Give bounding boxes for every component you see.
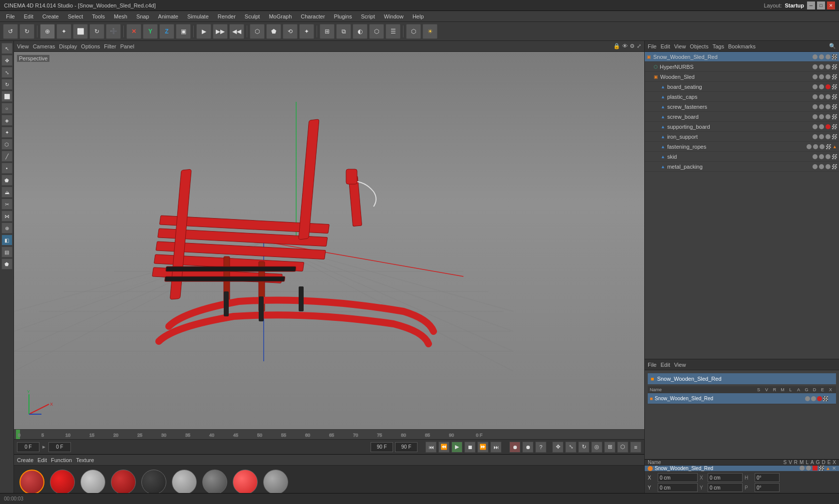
obj-col-screw_board[interactable] xyxy=(826,114,831,119)
toolbar-btn-light1[interactable]: ⬡ xyxy=(406,24,421,39)
transport-record-auto[interactable]: ⏺ xyxy=(509,442,520,453)
minimize-button[interactable]: ─ xyxy=(807,1,815,9)
toolbar-btn-new[interactable]: ✦ xyxy=(56,24,71,39)
obj-vis1-supporting_board[interactable] xyxy=(813,124,818,129)
obj-col-plastic_caps[interactable] xyxy=(826,94,831,99)
transport-record-manual[interactable]: ⏺ xyxy=(522,442,533,453)
toolbar-btn-move[interactable]: ⊕ xyxy=(40,24,55,39)
menu-item-simulate[interactable]: Simulate xyxy=(183,12,213,20)
object-row-board_seating[interactable]: ▲ board_seating xyxy=(645,82,839,92)
object-row-wooden_sled[interactable]: ▣ Wooden_Sled xyxy=(645,72,839,82)
3d-viewport[interactable]: Perspective xyxy=(14,52,644,429)
transport-scale-tool[interactable]: ⤡ xyxy=(565,442,576,453)
transport-move-tool[interactable]: ✥ xyxy=(552,442,563,453)
toolbar-btn-disp5[interactable]: ☰ xyxy=(386,24,401,39)
om-bookmarks[interactable]: Bookmarks xyxy=(728,43,756,49)
am-edit[interactable]: Edit xyxy=(661,362,670,368)
menu-item-edit[interactable]: Edit xyxy=(20,12,37,20)
left-tool-pointer[interactable]: ↖ xyxy=(1,43,12,54)
obj-vis1-snow_wooden_sled_red[interactable] xyxy=(813,54,818,59)
menu-item-window[interactable]: Window xyxy=(380,12,408,20)
menu-item-select[interactable]: Select xyxy=(64,12,87,20)
toolbar-btn-cube[interactable]: ⬜ xyxy=(73,24,88,39)
toolbar-btn-obj3[interactable]: ⟲ xyxy=(283,24,298,39)
viewport-icon-eye[interactable]: 👁 xyxy=(622,43,628,49)
viewport-menu-display[interactable]: Display xyxy=(59,43,77,49)
object-row-hypernurbs[interactable]: ⬡ HyperNURBS xyxy=(645,62,839,72)
left-tool-light[interactable]: ✦ xyxy=(1,127,12,138)
left-tool-scale[interactable]: ⤡ xyxy=(1,67,12,78)
am-view[interactable]: View xyxy=(674,362,686,368)
material-create[interactable]: Create xyxy=(17,457,33,463)
om-objects[interactable]: Objects xyxy=(690,43,708,49)
h-input[interactable] xyxy=(755,473,780,482)
menu-item-script[interactable]: Script xyxy=(357,12,379,20)
transport-beginning[interactable]: ⏮ xyxy=(425,442,436,453)
toolbar-btn-light2[interactable]: ☀ xyxy=(422,24,437,39)
object-list[interactable]: ▣ Snow_Wooden_Sled_Red ⬡ HyperNURBS ▣ Wo… xyxy=(645,52,839,359)
close-button[interactable]: ✕ xyxy=(827,1,835,9)
frame-input[interactable]: 0 F xyxy=(17,442,39,452)
menu-item-file[interactable]: File xyxy=(2,12,19,20)
obj-vis2-iron_support[interactable] xyxy=(819,134,824,139)
obj-vis2-fastening_ropes[interactable] xyxy=(813,144,818,149)
left-tool-rotate[interactable]: ↻ xyxy=(1,79,12,90)
left-tool-bridge[interactable]: ⋈ xyxy=(1,211,12,222)
obj-vis1-skid[interactable] xyxy=(813,154,818,159)
x-pos-input[interactable] xyxy=(658,473,698,482)
viewport-icon-maximize[interactable]: ⤢ xyxy=(637,43,641,49)
attr-vis-s[interactable] xyxy=(805,396,810,401)
obj-vis1-screw_fasteners[interactable] xyxy=(813,104,818,109)
toolbar-btn-z[interactable]: Z xyxy=(159,24,174,39)
obj-vis2-wooden_sled[interactable] xyxy=(819,74,824,79)
obj-col-skid[interactable] xyxy=(826,154,831,159)
left-tool-cube[interactable]: ⬜ xyxy=(1,91,12,102)
toolbar-btn-disp3[interactable]: ◐ xyxy=(353,24,368,39)
left-tool-mat[interactable]: ◧ xyxy=(1,235,12,246)
object-row-skid[interactable]: ▲ skid xyxy=(645,152,839,162)
transport-prev-key[interactable]: ⏪ xyxy=(438,442,449,453)
transport-timeline[interactable]: ≡ xyxy=(630,442,641,453)
left-tool-point[interactable]: • xyxy=(1,163,12,174)
toolbar-btn-obj1[interactable]: ⬡ xyxy=(250,24,265,39)
toolbar-btn-obj4[interactable]: ✦ xyxy=(299,24,314,39)
obj-col-hypernurbs[interactable] xyxy=(826,64,831,69)
obj-vis1-board_seating[interactable] xyxy=(813,84,818,89)
transport-next-key[interactable]: ⏩ xyxy=(477,442,488,453)
left-tool-move[interactable]: ✥ xyxy=(1,55,12,66)
material-texture[interactable]: Texture xyxy=(76,457,94,463)
object-row-supporting_board[interactable]: ▲ supporting_board xyxy=(645,122,839,132)
obj-vis1-metal_packing[interactable] xyxy=(813,164,818,169)
object-row-screw_board[interactable]: ▲ screw_board xyxy=(645,112,839,122)
left-tool-poly[interactable]: ⬡ xyxy=(1,139,12,150)
om-file[interactable]: File xyxy=(648,43,657,49)
object-row-screw_fasteners[interactable]: ▲ screw_fasteners xyxy=(645,102,839,112)
obj-col-metal_packing[interactable] xyxy=(826,164,831,169)
transport-rotate-tool[interactable]: ↻ xyxy=(578,442,589,453)
viewport-menu-filter[interactable]: Filter xyxy=(104,43,116,49)
toolbar-btn-add[interactable]: ➕ xyxy=(106,24,121,39)
timeline-area[interactable]: 0 5 10 15 20 25 30 35 40 45 50 55 60 65 xyxy=(14,429,644,439)
left-tool-terrain[interactable]: ⛰ xyxy=(1,187,12,198)
toolbar-btn-undo[interactable]: ↺ xyxy=(3,24,18,39)
obj-col-screw_fasteners[interactable] xyxy=(826,104,831,109)
viewport-menu-options[interactable]: Options xyxy=(81,43,100,49)
obj-vis2-snow_wooden_sled_red[interactable] xyxy=(819,54,824,59)
obj-vis1-plastic_caps[interactable] xyxy=(813,94,818,99)
toolbar-btn-sel[interactable]: ▣ xyxy=(176,24,191,39)
object-row-iron_support[interactable]: ▲ iron_support xyxy=(645,132,839,142)
obj-vis2-screw_board[interactable] xyxy=(819,114,824,119)
attr-col-dot[interactable] xyxy=(817,396,822,401)
frame-display[interactable]: 0 F xyxy=(48,442,71,452)
om-search-icon[interactable]: 🔍 xyxy=(829,43,836,49)
end-frame-display[interactable] xyxy=(371,442,393,452)
menu-item-plugins[interactable]: Plugins xyxy=(330,12,356,20)
menu-item-snap[interactable]: Snap xyxy=(132,12,153,20)
attr-icon-m[interactable] xyxy=(813,466,818,471)
y-rot-input[interactable] xyxy=(708,483,743,492)
y-pos-input[interactable] xyxy=(658,483,698,492)
left-tool-tag[interactable]: ⬟ xyxy=(1,258,12,269)
material-function[interactable]: Function xyxy=(51,457,72,463)
obj-col-supporting_board[interactable] xyxy=(826,124,831,129)
transport-play[interactable]: ▶ xyxy=(451,442,462,453)
